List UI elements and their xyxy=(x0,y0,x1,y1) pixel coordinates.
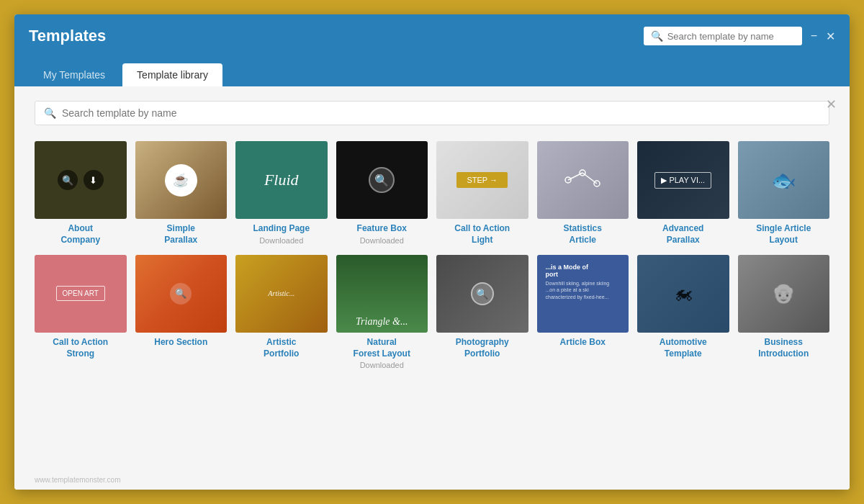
template-thumb-statistics-article xyxy=(537,141,629,219)
template-thumb-about-company: 🔍 ⬇ xyxy=(35,141,127,219)
template-name-natural-forest-layout: NaturalForest Layout xyxy=(354,337,410,359)
statistics-chart-icon xyxy=(561,166,604,194)
template-thumb-advanced-parallax: ▶ PLAY VI... xyxy=(637,141,729,219)
download-icon[interactable]: ⬇ xyxy=(84,170,104,190)
window-title: Templates xyxy=(29,27,106,45)
template-sub-natural-forest-layout: Downloaded xyxy=(360,361,404,369)
template-sub-landing-page: Downloaded xyxy=(259,236,303,245)
template-card-feature-box[interactable]: 🔍 Feature Box Downloaded xyxy=(336,141,428,246)
header-controls: 🔍 − ✕ xyxy=(644,27,835,45)
template-sub-feature-box: Downloaded xyxy=(360,236,404,245)
template-card-hero-section[interactable]: 🔍 Hero Section xyxy=(135,255,228,370)
template-thumb-hero-section: 🔍 xyxy=(135,255,228,333)
play-video-preview: ▶ PLAY VI... xyxy=(654,172,711,189)
header: Templates 🔍 − ✕ My Templates Template li… xyxy=(14,14,850,86)
template-card-automotive-template[interactable]: 🏍 AutomotiveTemplate xyxy=(637,255,729,370)
template-card-artistic-portfolio[interactable]: Artistic... ArtisticPortfolio xyxy=(235,255,328,370)
template-name-statistics-article: StatisticsArticle xyxy=(564,223,602,246)
template-thumb-artistic-portfolio: Artistic... xyxy=(235,255,328,333)
svg-line-3 xyxy=(568,173,582,180)
template-name-landing-page: Landing Page xyxy=(253,223,310,235)
svg-line-4 xyxy=(582,173,597,184)
template-card-article-box[interactable]: ...is a Mode ofport Downhill skiing, alp… xyxy=(537,255,629,370)
article-box-preview: ...is a Mode ofport Downhill skiing, alp… xyxy=(541,259,625,328)
template-name-simple-parallax: SimpleParallax xyxy=(164,223,197,246)
template-card-natural-forest-layout[interactable]: Triangle &... NaturalForest Layout Downl… xyxy=(336,255,428,370)
template-name-feature-box: Feature Box xyxy=(357,223,407,235)
app-window: Templates 🔍 − ✕ My Templates Template li… xyxy=(14,14,850,490)
template-name-about-company: AboutCompany xyxy=(60,223,100,246)
open-art-preview: OPEN ART xyxy=(56,286,105,301)
template-name-hero-section: Hero Section xyxy=(154,337,207,348)
template-thumb-natural-forest-layout: Triangle &... xyxy=(336,255,428,333)
template-card-photography-portfolio[interactable]: 🔍 PhotographyPortfolio xyxy=(436,255,528,370)
header-search-input[interactable] xyxy=(667,31,795,42)
template-card-landing-page[interactable]: Fluid Landing Page Downloaded xyxy=(235,141,328,246)
template-thumb-feature-box: 🔍 xyxy=(336,141,428,219)
watermark: www.templatemonster.com xyxy=(14,473,850,490)
template-card-advanced-parallax[interactable]: ▶ PLAY VI... AdvancedParallax xyxy=(637,141,729,246)
template-thumb-call-to-action-light: STEP → xyxy=(436,141,528,219)
tab-bar: My Templates Template library xyxy=(29,58,835,86)
template-name-artistic-portfolio: ArtisticPortfolio xyxy=(264,337,299,359)
template-thumb-business-introduction: 👴 xyxy=(738,255,830,333)
template-card-call-to-action-strong[interactable]: OPEN ART Call to ActionStrong xyxy=(35,255,127,370)
window-close-button[interactable]: ✕ xyxy=(826,30,835,43)
preview-icon[interactable]: 🔍 xyxy=(58,170,78,190)
template-thumb-automotive-template: 🏍 xyxy=(637,255,729,333)
template-grid-row2: OPEN ART Call to ActionStrong 🔍 Hero Sec… xyxy=(35,255,829,370)
body-inner: 🔍 🔍 ⬇ AboutCompany xyxy=(14,86,850,473)
template-card-single-article-layout[interactable]: 🐟 Single ArticleLayout xyxy=(738,141,830,246)
template-card-call-to-action-light[interactable]: STEP → Call to ActionLight xyxy=(436,141,528,246)
template-thumb-article-box: ...is a Mode ofport Downhill skiing, alp… xyxy=(537,255,629,333)
tab-my-templates[interactable]: My Templates xyxy=(29,63,120,86)
template-name-advanced-parallax: AdvancedParallax xyxy=(662,223,703,246)
step-button-preview: STEP → xyxy=(456,172,508,188)
template-name-call-to-action-light: Call to ActionLight xyxy=(454,223,510,246)
inner-search-box[interactable]: 🔍 xyxy=(35,101,829,125)
body-close-button[interactable]: ✕ xyxy=(826,96,837,112)
template-thumb-single-article-layout: 🐟 xyxy=(738,141,830,219)
template-card-simple-parallax[interactable]: ☕ SimpleParallax xyxy=(135,141,228,246)
body: ✕ 🔍 🔍 ⬇ AboutCompany xyxy=(14,86,850,490)
template-thumb-landing-page: Fluid xyxy=(235,141,328,219)
triangle-text-preview: Triangle &... xyxy=(356,315,408,328)
landing-page-thumb-text: Fluid xyxy=(264,171,299,189)
template-name-call-to-action-strong: Call to ActionStrong xyxy=(53,337,108,359)
template-thumb-photography-portfolio: 🔍 xyxy=(436,255,528,333)
template-name-single-article-layout: Single ArticleLayout xyxy=(756,223,811,246)
template-card-about-company[interactable]: 🔍 ⬇ AboutCompany xyxy=(35,141,127,246)
header-search-box[interactable]: 🔍 xyxy=(644,27,802,45)
template-grid-row1: 🔍 ⬇ AboutCompany ☕ SimpleParallax xyxy=(35,141,829,246)
template-name-business-introduction: BusinessIntroduction xyxy=(758,337,809,359)
template-thumb-simple-parallax: ☕ xyxy=(135,141,228,219)
minimize-button[interactable]: − xyxy=(811,30,817,42)
template-card-statistics-article[interactable]: StatisticsArticle xyxy=(537,141,629,246)
tab-template-library[interactable]: Template library xyxy=(122,63,222,86)
template-name-photography-portfolio: PhotographyPortfolio xyxy=(456,337,509,359)
template-name-article-box: Article Box xyxy=(560,337,606,348)
inner-search-input[interactable] xyxy=(62,107,820,119)
template-name-automotive-template: AutomotiveTemplate xyxy=(660,337,707,359)
template-card-business-introduction[interactable]: 👴 BusinessIntroduction xyxy=(738,255,830,370)
header-search-icon: 🔍 xyxy=(651,30,663,42)
template-thumb-call-to-action-strong: OPEN ART xyxy=(35,255,127,333)
inner-search-icon: 🔍 xyxy=(44,107,56,119)
